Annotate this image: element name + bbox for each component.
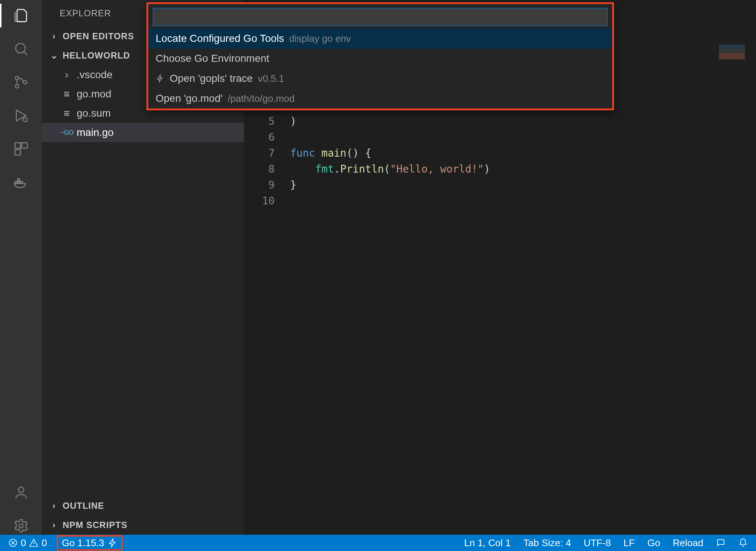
code-content: fmt.Println("Hello, world!") xyxy=(290,161,490,177)
palette-item[interactable]: Open 'gopls' tracev0.5.1 xyxy=(148,69,612,89)
file-lines-icon: ≡ xyxy=(61,88,72,100)
command-palette: Locate Configured Go Toolsdisplay go env… xyxy=(146,2,614,110)
palette-item-hint: /path/to/go.mod xyxy=(228,93,295,104)
status-errors[interactable]: 0 0 xyxy=(5,535,50,551)
docker-icon[interactable] xyxy=(12,173,30,191)
palette-item[interactable]: Choose Go Environment xyxy=(148,49,612,69)
npm-scripts-section[interactable]: › NPM SCRIPTS xyxy=(42,515,244,535)
palette-item[interactable]: Locate Configured Go Toolsdisplay go env xyxy=(148,29,612,49)
status-reload[interactable]: Reload xyxy=(670,535,706,551)
outline-section[interactable]: › OUTLINE xyxy=(42,496,244,515)
line-number: 8 xyxy=(244,161,290,177)
code-content: func main() { xyxy=(290,145,371,161)
main-area: EXPLORER › OPEN EDITORS ⌄ HELLOWORLD › .… xyxy=(0,0,756,535)
search-icon[interactable] xyxy=(12,40,30,58)
svg-rect-5 xyxy=(15,143,20,148)
code-line[interactable]: 9} xyxy=(244,177,689,193)
status-tabsize[interactable]: Tab Size: 4 xyxy=(520,535,574,551)
palette-item[interactable]: Open 'go.mod'/path/to/go.mod xyxy=(148,89,612,108)
minimap-content xyxy=(719,44,745,59)
line-number: 7 xyxy=(244,145,290,161)
code-content: } xyxy=(290,177,296,193)
workspace-label: HELLOWORLD xyxy=(63,50,130,61)
code-line[interactable]: 6 xyxy=(244,129,689,145)
palette-list: Locate Configured Go Toolsdisplay go env… xyxy=(148,29,612,108)
settings-gear-icon[interactable] xyxy=(12,517,30,535)
minimap[interactable] xyxy=(689,0,756,535)
zap-icon xyxy=(108,538,117,548)
tree-file-maingo[interactable]: ~GO main.go xyxy=(42,123,244,142)
status-eol[interactable]: LF xyxy=(621,535,638,551)
status-encoding[interactable]: UTF-8 xyxy=(581,535,614,551)
palette-item-label: Open 'go.mod' xyxy=(156,93,222,104)
palette-item-label: Open 'gopls' trace xyxy=(170,73,253,84)
palette-input[interactable] xyxy=(153,8,608,26)
run-debug-icon[interactable] xyxy=(12,107,30,124)
palette-item-hint: v0.5.1 xyxy=(258,73,284,84)
line-number: 10 xyxy=(244,193,290,209)
line-number: 6 xyxy=(244,129,290,145)
status-language[interactable]: Go xyxy=(644,535,663,551)
svg-point-1 xyxy=(15,76,19,80)
status-lncol[interactable]: Ln 1, Col 1 xyxy=(461,535,514,551)
source-control-icon[interactable] xyxy=(12,73,30,91)
error-icon xyxy=(8,538,18,548)
chevron-right-icon: › xyxy=(49,520,59,530)
chevron-down-icon: ⌄ xyxy=(49,50,59,61)
status-bar: 0 0 Go 1.15.3 Ln 1, Col 1 Tab Size: 4 UT… xyxy=(0,535,756,551)
extensions-icon[interactable] xyxy=(12,140,30,158)
svg-rect-6 xyxy=(21,143,27,148)
warning-icon xyxy=(29,538,39,548)
code-line[interactable]: 8 fmt.Println("Hello, world!") xyxy=(244,161,689,177)
code-line[interactable]: 7func main() { xyxy=(244,145,689,161)
code-line[interactable]: 5) xyxy=(244,113,689,129)
svg-point-4 xyxy=(23,118,27,122)
svg-rect-11 xyxy=(17,179,20,181)
errors-count: 0 xyxy=(21,537,26,549)
palette-item-hint: display go env xyxy=(289,33,351,44)
zap-icon xyxy=(156,74,165,83)
svg-point-12 xyxy=(18,487,24,492)
npm-label: NPM SCRIPTS xyxy=(63,520,127,530)
svg-point-3 xyxy=(23,80,27,84)
svg-point-13 xyxy=(19,524,23,528)
status-go-version[interactable]: Go 1.15.3 xyxy=(57,535,123,551)
file-lines-icon: ≡ xyxy=(61,107,72,119)
go-file-icon: ~GO xyxy=(61,129,72,137)
open-editors-label: OPEN EDITORS xyxy=(63,31,134,41)
line-number: 9 xyxy=(244,177,290,193)
status-bell-icon[interactable] xyxy=(735,535,751,551)
status-feedback-icon[interactable] xyxy=(713,535,729,551)
code-content: ) xyxy=(290,113,296,129)
tree-label: go.mod xyxy=(77,88,111,100)
palette-item-label: Locate Configured Go Tools xyxy=(156,33,284,44)
activity-bar xyxy=(0,0,42,535)
tree-label: main.go xyxy=(77,127,114,138)
warnings-count: 0 xyxy=(42,537,47,549)
go-version-label: Go 1.15.3 xyxy=(62,537,104,549)
explorer-icon[interactable] xyxy=(12,7,30,24)
chevron-right-icon: › xyxy=(61,69,72,81)
svg-rect-7 xyxy=(15,150,20,155)
tree-label: go.sum xyxy=(77,107,111,119)
account-icon[interactable] xyxy=(12,484,30,501)
chevron-right-icon: › xyxy=(49,501,59,511)
palette-item-label: Choose Go Environment xyxy=(156,53,269,64)
outline-label: OUTLINE xyxy=(63,501,104,511)
svg-point-0 xyxy=(16,43,25,53)
tree-label: .vscode xyxy=(77,69,113,81)
line-number: 5 xyxy=(244,113,290,129)
code-line[interactable]: 10 xyxy=(244,193,689,209)
chevron-right-icon: › xyxy=(49,31,59,41)
svg-point-2 xyxy=(15,84,19,88)
